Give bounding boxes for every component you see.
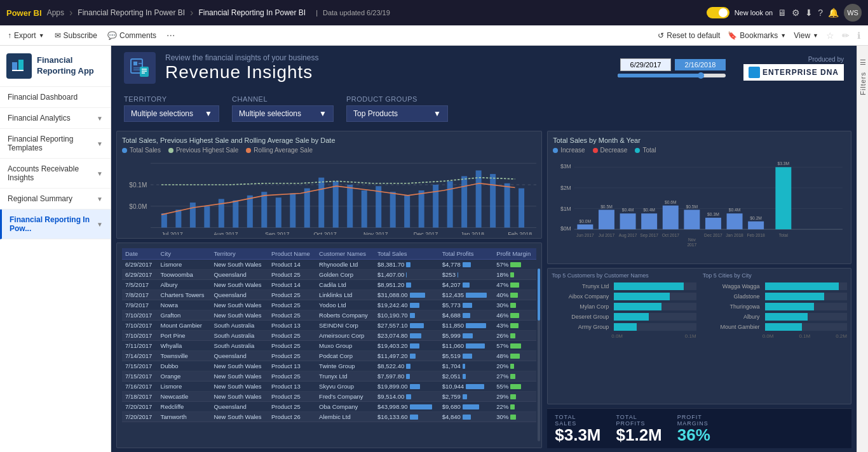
total-sales-label: TOTAL	[555, 414, 600, 420]
product-groups-select[interactable]: Top Products ▼	[346, 105, 448, 122]
left-panel: Total Sales, Previous Highest Sale and R…	[116, 131, 542, 448]
filters-row: Territory Multiple selections ▼ Channel …	[111, 90, 857, 127]
edit-icon[interactable]: ✏	[842, 30, 850, 41]
date-from-input[interactable]	[620, 58, 671, 71]
profit-margins-value: 36%	[677, 427, 710, 443]
svg-text:$0.4M: $0.4M	[729, 208, 741, 212]
table-row: 7/15/2017DubboNew South WalesProduct 13T…	[122, 361, 536, 371]
svg-text:$0.0M: $0.0M	[580, 219, 592, 223]
territory-label: Territory	[124, 95, 219, 103]
sidebar-item-ar-insights-label: Accounts Receivable Insights	[8, 164, 97, 182]
col-sales: Total Sales	[374, 248, 439, 260]
svg-rect-24	[247, 196, 253, 228]
star-icon[interactable]: ☆	[826, 30, 834, 41]
export-button[interactable]: ↑ Export ▼	[8, 31, 44, 40]
info-icon[interactable]: ℹ	[857, 30, 860, 41]
svg-rect-20	[190, 203, 196, 227]
sidebar-item-financial-analytics[interactable]: Financial Analytics ▼	[0, 108, 111, 129]
comments-icon: 💬	[107, 31, 117, 40]
bar-chart-legend: Increase Decrease Total	[553, 147, 846, 154]
stat-profit-margins: PROFIT MARGINS 36%	[677, 414, 710, 443]
sidebar-item-financial-analytics-label: Financial Analytics	[8, 114, 97, 123]
sidebar-item-ar-insights[interactable]: Accounts Receivable Insights ▼	[0, 159, 111, 189]
export-icon: ↑	[8, 31, 11, 40]
table-row: 7/11/2017WhyallaSouth AustraliaProduct 2…	[122, 341, 536, 351]
breadcrumb-sep1: ›	[69, 7, 72, 18]
help-icon[interactable]: ?	[818, 8, 823, 18]
svg-rect-68	[663, 206, 679, 229]
svg-rect-35	[404, 196, 410, 228]
svg-text:$3.3M: $3.3M	[778, 161, 790, 166]
top-cities-panel: Top 5 Cities by City Wagga Wagga Gladsto…	[703, 272, 847, 400]
data-table: Date City Territory Product Name Custome…	[122, 248, 536, 422]
svg-text:Jan 2018: Jan 2018	[461, 231, 484, 235]
sidebar-item-templates[interactable]: Financial Reporting Templates ▼	[0, 129, 111, 159]
channel-select[interactable]: Multiple selections ▼	[232, 105, 334, 122]
more-button[interactable]: ···	[166, 30, 175, 41]
territory-select[interactable]: Multiple selections ▼	[124, 105, 219, 122]
table-row: 7/16/2017LismoreNew South WalesProduct 1…	[122, 382, 536, 392]
table-row: 7/20/2017RedcliffeQueenslandProduct 25Ob…	[122, 402, 536, 412]
legend-prev-highest: Previous Highest Sale	[168, 147, 238, 154]
svg-text:$0.0M: $0.0M	[129, 203, 147, 210]
legend-rolling-avg: Rolling Average Sale	[246, 147, 313, 154]
svg-rect-36	[419, 190, 424, 227]
svg-text:Nov: Nov	[688, 237, 696, 242]
notification-icon[interactable]: 🔔	[828, 8, 839, 18]
legend-decrease: Decrease	[593, 147, 628, 154]
col-customer: Customer Names	[316, 248, 374, 260]
power-bi-logo: Power BI	[6, 8, 42, 18]
total-profits-value: $1.2M	[616, 427, 662, 443]
svg-rect-42	[505, 183, 510, 228]
table-row: 7/20/2017TamworthNew South WalesProduct …	[122, 412, 536, 422]
comments-button[interactable]: 💬 Comments	[107, 31, 156, 40]
product-groups-chevron: ▼	[433, 109, 441, 118]
sidebar-logo-area: Financial Reporting App	[0, 46, 111, 87]
territory-value: Multiple selections	[131, 109, 193, 118]
table-row: 7/10/2017Port PineSouth AustraliaProduct…	[122, 331, 536, 341]
total-profits-label: TOTAL	[616, 414, 662, 420]
svg-rect-66	[641, 213, 657, 229]
svg-text:Dec 2017: Dec 2017	[414, 231, 438, 235]
svg-rect-18	[161, 213, 167, 227]
report-icon	[124, 52, 156, 84]
sidebar-item-financial-reporting[interactable]: Financial Reporting In Pow... ▼	[0, 209, 111, 239]
svg-rect-8	[140, 67, 149, 77]
svg-text:Total: Total	[779, 233, 789, 237]
svg-text:$1M: $1M	[560, 206, 571, 212]
report-title-area: Review the financial insights of your bu…	[165, 53, 618, 83]
svg-text:Aug 2017: Aug 2017	[214, 231, 238, 235]
reset-icon: ↺	[658, 31, 664, 40]
line-chart-svg: $0.1M $0.0M	[122, 156, 536, 235]
sidebar-item-regional-summary[interactable]: Regional Summary ▼	[0, 189, 111, 209]
reset-label: Reset to default	[667, 31, 720, 40]
apps-link[interactable]: Apps	[47, 8, 64, 17]
svg-text:Nov 2017: Nov 2017	[363, 231, 388, 235]
svg-text:$0.3M: $0.3M	[707, 212, 719, 216]
monitor-icon[interactable]: 🖥	[778, 8, 787, 18]
date-to-input[interactable]	[675, 59, 726, 70]
customer-bar-trunyx: Trunyx Ltd	[552, 282, 696, 290]
svg-text:Sep 2017: Sep 2017	[265, 231, 289, 235]
right-panel: Total Sales by Month & Year Increase Dec…	[547, 131, 851, 448]
download-icon[interactable]: ⬇	[805, 8, 813, 18]
user-avatar[interactable]: WS	[844, 4, 862, 22]
legend-total: Total	[635, 147, 656, 154]
report-area: Review the financial insights of your bu…	[111, 46, 857, 452]
subscribe-button[interactable]: ✉ Subscribe	[55, 31, 97, 40]
reset-button[interactable]: ↺ Reset to default	[658, 31, 720, 40]
new-look-toggle[interactable]	[707, 7, 729, 18]
filters-panel-label: Filters	[859, 72, 867, 95]
svg-text:$3M: $3M	[560, 163, 571, 170]
line-chart-legend: Total Sales Previous Highest Sale Rollin…	[122, 147, 536, 154]
col-profits: Total Profits	[439, 248, 494, 260]
svg-rect-64	[620, 213, 636, 229]
view-button[interactable]: View ▼	[794, 31, 818, 40]
sidebar-item-financial-dashboard[interactable]: Financial Dashboard	[0, 87, 111, 108]
settings-icon[interactable]: ⚙	[792, 8, 800, 18]
table-row: 6/29/2017LismoreNew South WalesProduct 1…	[122, 260, 536, 270]
filters-panel[interactable]: ☰ Filters	[857, 46, 868, 452]
top-cities-title: Top 5 Cities by City	[703, 272, 847, 279]
channel-label: Channel	[232, 95, 334, 103]
bookmarks-button[interactable]: 🔖 Bookmarks ▼	[728, 31, 786, 40]
